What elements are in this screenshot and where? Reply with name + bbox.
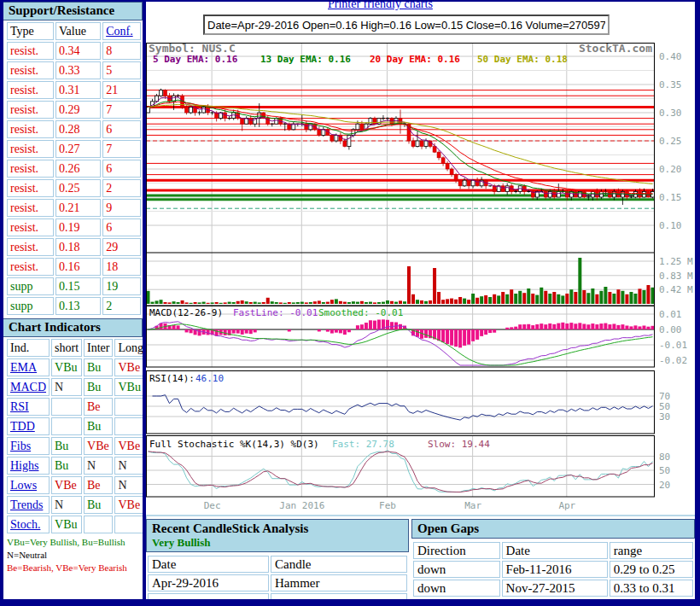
ci-val-1: Be [84,476,113,494]
sr-value: 0.29 [55,101,101,119]
sr-conf: 2 [102,297,141,315]
ci-val-1: Bu [84,358,113,376]
ci-val-1: N [84,457,113,475]
candlestick-analysis-panel: Recent CandleStick Analysis Very Bullish… [146,519,409,599]
svg-text:0.15: 0.15 [659,192,682,203]
svg-text:0.20: 0.20 [659,164,682,175]
ci-val-0: N [51,378,82,396]
ci-val-0: VBu [51,358,82,376]
svg-text:0.42 M: 0.42 M [659,284,693,295]
svg-text:Jan 2016: Jan 2016 [279,500,324,511]
sr-conf: 2 [102,179,141,197]
ci-row-highs: HighsBuNN [7,457,147,475]
open-gaps-panel: Open Gaps DirectionDaterangedownFeb-11-2… [411,519,695,598]
sr-type: resist. [7,179,54,197]
indicator-link-ema[interactable]: EMA [10,361,37,374]
ci-name: Stoch. [7,516,50,533]
sr-conf: 6 [102,160,141,178]
svg-text:1.25 M: 1.25 M [659,256,693,267]
sr-conf: 21 [102,81,141,99]
ci-val-1: Bu [84,378,113,396]
printer-friendly-link[interactable]: Printer friendly charts [328,2,433,11]
svg-text:50: 50 [659,465,670,476]
indicator-link-lows[interactable]: Lows [10,479,37,492]
ci-name: MACD [7,378,50,396]
cs-col-1: Candle [271,556,407,573]
sr-row-3: resist.0.297 [7,101,141,119]
chart-indicators-title: Chart Indicators [3,318,143,337]
ci-row-ema: EMAVBuBuVBe [7,358,147,376]
sr-conf: 6 [102,120,141,138]
sr-col-value: Value [55,22,101,40]
ci-name: EMA [7,358,50,376]
sr-col-type: Type [7,22,54,40]
sr-row-8: resist.0.219 [7,199,141,217]
sr-value: 0.21 [55,199,101,217]
sr-type: resist. [7,219,54,236]
svg-text:Smoothed: -0.01: Smoothed: -0.01 [318,307,403,318]
og-row-0: downFeb-11-20160.29 to 0.25 [413,561,693,578]
stock-chart-svg: 0.400.350.300.250.200.150.101.25 M0.83 M… [146,43,695,514]
sr-value: 0.26 [55,160,101,178]
sr-type: resist. [7,101,54,119]
sr-row-6: resist.0.266 [7,160,141,178]
svg-text:30: 30 [659,411,670,422]
ohlc-summary-input[interactable] [203,15,610,35]
candlestick-analysis-title: Recent CandleStick Analysis [152,522,403,536]
svg-text:Slow: 19.44: Slow: 19.44 [428,439,490,450]
ci-name: RSI [7,398,50,416]
ci-val-0: Bu [51,437,82,455]
svg-text:Feb: Feb [379,500,396,511]
ci-col-short: short [51,339,82,357]
indicator-link-rsi[interactable]: RSI [10,400,29,413]
svg-text:0.01: 0.01 [659,309,682,320]
sr-value: 0.25 [55,179,101,197]
sr-conf-link[interactable]: Conf. [106,25,133,38]
indicator-link-tdd[interactable]: TDD [10,420,35,433]
svg-text:0.35: 0.35 [659,79,682,90]
og-cell-0-0: down [413,561,500,578]
ci-val-0: VBu [51,516,82,533]
page: Support/Resistance TypeValueConf.resist.… [3,2,695,599]
chart-bottom-rule [146,515,695,516]
sr-value: 0.13 [55,297,101,315]
og-col-2: range [610,542,693,559]
indicator-link-fibs[interactable]: Fibs [10,440,31,452]
ci-row-macd: MACDNBuVBu [7,378,147,396]
svg-text:0.83 M: 0.83 M [659,271,693,282]
ci-val-0 [51,398,82,416]
sr-row-5: resist.0.277 [7,140,141,158]
cs-row-0: Apr-29-2016Hammer [148,574,407,591]
svg-text:80: 80 [659,452,670,463]
ci-val-1: VBe [84,437,113,455]
legend-line-1: N=Neutral [7,550,143,561]
svg-text:FastLine: -0.01: FastLine: -0.01 [233,307,318,318]
ci-row-fibs: FibsBuVBeVBe [7,437,147,455]
sr-value: 0.19 [55,219,101,236]
indicator-link-trends[interactable]: Trends [10,498,43,511]
svg-text:0.25: 0.25 [659,136,682,147]
svg-text:0.40: 0.40 [659,51,682,62]
og-cell-0-2: 0.29 to 0.25 [610,561,693,578]
indicator-link-highs[interactable]: Highs [10,459,38,472]
indicator-link-macd[interactable]: MACD [10,381,46,393]
ci-val-1 [84,516,113,533]
sr-type: resist. [7,81,54,99]
sr-type: supp [7,277,54,295]
support-resistance-table: TypeValueConf.resist.0.348resist.0.335re… [5,20,143,317]
sr-row-9: resist.0.196 [7,219,141,236]
sr-conf: 8 [102,42,141,60]
og-cell-1-2: 0.33 to 0.31 [610,580,693,597]
sr-type: resist. [7,199,54,217]
sr-row-12: supp0.1519 [7,277,141,295]
ci-row-lows: LowsVBeBeN [7,476,147,494]
ci-name: TDD [7,417,50,435]
candlestick-analysis-header: Recent CandleStick Analysis Very Bullish [146,519,409,552]
svg-text:Fast: 27.78: Fast: 27.78 [332,439,394,450]
sr-value: 0.31 [55,81,101,99]
cs-col-0: Date [148,556,269,573]
ci-val-0: VBe [51,476,82,494]
legend-line-2: Be=Bearish, VBe=Very Bearish [7,562,143,574]
svg-text:50 Day EMA: 0.18: 50 Day EMA: 0.18 [477,54,568,65]
indicator-link-stoch[interactable]: Stoch. [10,518,40,531]
